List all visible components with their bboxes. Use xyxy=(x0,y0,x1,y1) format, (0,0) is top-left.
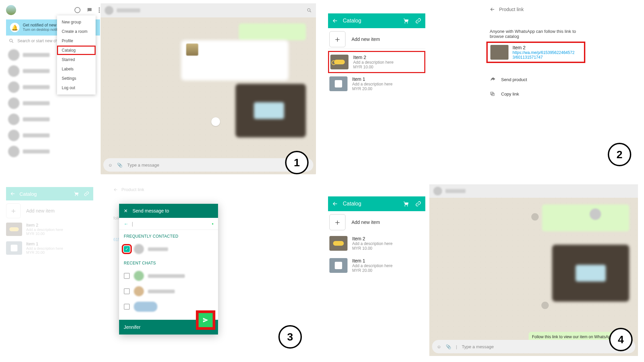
copy-link-action[interactable]: Copy link xyxy=(490,91,574,97)
item-price: MYR 20.00 xyxy=(352,86,392,91)
online-dot-icon xyxy=(212,223,213,225)
catalog-item-1[interactable]: Item 1 Add a description here MYR 20.00 xyxy=(328,74,425,94)
item-desc: Add a description here xyxy=(353,60,393,65)
menu-create-room[interactable]: Create a room xyxy=(57,27,96,36)
new-chat-icon[interactable] xyxy=(87,7,93,13)
panel-step-4: Catalog ＋ Add new item Item 2Add a descr… xyxy=(322,181,644,362)
svg-point-0 xyxy=(10,39,12,42)
chat-row[interactable] xyxy=(6,143,100,160)
contact-avatar xyxy=(134,271,144,281)
contact-name xyxy=(148,274,185,278)
svg-point-2 xyxy=(308,9,310,11)
attach-icon[interactable]: 📎 xyxy=(446,344,451,349)
contact-row[interactable]: ✓ xyxy=(119,241,218,257)
outgoing-message xyxy=(239,23,306,40)
dropdown-menu: New group Create a room Profile Catalog … xyxy=(57,15,96,95)
checkbox-empty[interactable] xyxy=(124,288,130,294)
search-icon[interactable] xyxy=(307,8,312,13)
catalog-item-2[interactable]: Item 2 Add a description here MYR 10.00 xyxy=(328,51,425,73)
product-link-card[interactable]: Item 2 https://wa.me/p/615395622464572 3… xyxy=(486,42,585,63)
contact-avatar xyxy=(134,302,157,312)
modal-search[interactable]: ← | xyxy=(119,218,218,230)
chat-row[interactable] xyxy=(6,127,100,143)
menu-new-group[interactable]: New group xyxy=(57,17,96,27)
menu-labels[interactable]: Labels xyxy=(57,64,96,74)
panel-step-2: Catalog ＋ Add new item Item 2 Add a desc… xyxy=(322,0,644,181)
contact-row[interactable] xyxy=(119,284,218,299)
panel-step-1: 🔔 Get notified of new me Turn on desktop… xyxy=(0,0,322,181)
emoji-icon[interactable]: ☺ xyxy=(108,163,112,168)
item-price: MYR 10.00 xyxy=(352,246,392,251)
add-icon: ＋ xyxy=(329,214,345,230)
share-icon xyxy=(490,76,496,82)
attach-icon[interactable]: 📎 xyxy=(117,163,122,168)
cart-icon[interactable] xyxy=(403,201,409,207)
menu-catalog[interactable]: Catalog xyxy=(57,46,96,55)
menu-logout[interactable]: Log out xyxy=(57,83,96,93)
contact-name xyxy=(148,247,168,251)
add-item-row[interactable]: ＋ Add new item xyxy=(328,213,425,232)
search-icon xyxy=(9,38,14,44)
forward-icon[interactable] xyxy=(541,302,549,309)
copy-icon xyxy=(490,91,496,97)
step-badge-3: 3 xyxy=(278,325,302,349)
back-arrow-icon[interactable]: ← xyxy=(124,221,128,227)
menu-starred[interactable]: Starred xyxy=(57,55,96,64)
section-recent: RECENT CHATS xyxy=(119,257,218,268)
chat-canvas: Follow this link to view our item on Wha… xyxy=(429,184,638,356)
menu-settings[interactable]: Settings xyxy=(57,74,96,83)
checkbox-selected[interactable]: ✓ xyxy=(124,246,130,252)
item-thumbnail xyxy=(329,258,347,273)
item-thumbnail xyxy=(329,76,347,91)
sidebar-topbar xyxy=(6,3,100,17)
user-avatar[interactable] xyxy=(6,5,16,15)
chat-avatar[interactable] xyxy=(105,6,113,15)
send-button[interactable] xyxy=(198,312,213,328)
close-icon[interactable]: ✕ xyxy=(124,208,128,214)
checkbox-empty[interactable] xyxy=(124,304,130,310)
menu-profile[interactable]: Profile xyxy=(57,36,96,46)
contact-row[interactable] xyxy=(119,268,218,284)
link-icon[interactable] xyxy=(415,18,421,24)
back-icon[interactable] xyxy=(490,7,495,12)
image-message[interactable] xyxy=(235,84,306,137)
contact-name xyxy=(148,290,175,293)
scroll-down-button[interactable] xyxy=(211,117,220,126)
emoji-icon[interactable]: ☺ xyxy=(437,344,441,349)
chat-name xyxy=(117,8,140,12)
chat-avatar[interactable] xyxy=(433,187,442,195)
link-icon[interactable] xyxy=(415,201,421,207)
status-icon[interactable] xyxy=(74,7,80,13)
back-icon[interactable] xyxy=(332,18,338,24)
image-message[interactable] xyxy=(552,245,629,302)
step-badge-4: 4 xyxy=(609,328,633,351)
input-placeholder[interactable]: Type a message xyxy=(462,344,631,349)
svg-line-3 xyxy=(310,11,311,12)
message-input-bar: ☺ 📎 | Type a message xyxy=(432,340,635,353)
checkbox-empty[interactable] xyxy=(124,273,130,279)
cart-icon[interactable] xyxy=(403,18,409,24)
message-input-bar: ☺ 📎 Type a message xyxy=(103,158,313,172)
forward-icon[interactable] xyxy=(531,213,539,221)
item-name: Item 2 xyxy=(352,236,392,241)
item-name: Item 2 xyxy=(353,55,393,60)
search-placeholder: Search or start new chat xyxy=(17,39,61,43)
send-message-modal: ✕ Send message to ← | FREQUENTLY CONTACT… xyxy=(119,204,218,335)
chat-row[interactable] xyxy=(6,111,100,127)
link-thumbnail xyxy=(490,45,508,60)
step-badge-1: 1 xyxy=(285,151,309,174)
item-name: Item 1 xyxy=(352,76,392,82)
input-placeholder[interactable]: Type a message xyxy=(127,163,309,168)
add-item-row[interactable]: ＋ Add new item xyxy=(328,29,425,49)
back-icon[interactable] xyxy=(332,201,338,207)
panel-step-3: Catalog ＋Add new item Item 2Add a descri… xyxy=(0,181,322,362)
link-item-name: Item 2 xyxy=(513,45,575,50)
chat-row[interactable] xyxy=(6,95,100,111)
catalog-title: Catalog xyxy=(343,201,361,207)
send-product-action[interactable]: Send product xyxy=(490,76,574,82)
breadcrumb-label: Product link xyxy=(499,7,524,12)
catalog-item-2[interactable]: Item 2Add a description hereMYR 10.00 xyxy=(329,233,425,253)
modal-title: Send message to xyxy=(132,208,169,214)
catalog-item-1[interactable]: Item 1Add a description hereMYR 20.00 xyxy=(329,255,425,276)
menu-more-icon[interactable] xyxy=(99,7,100,13)
